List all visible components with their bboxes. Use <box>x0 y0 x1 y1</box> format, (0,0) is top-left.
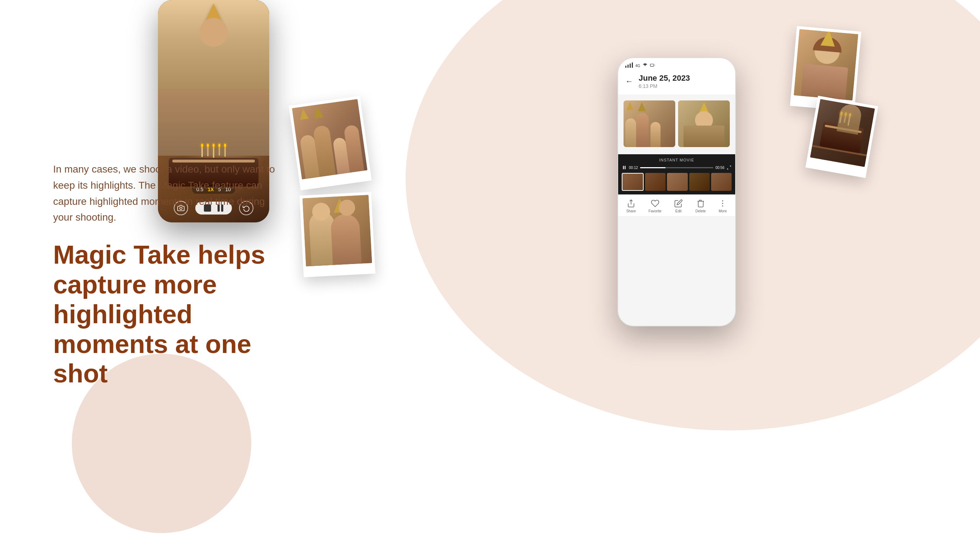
video-timeline: 00:12 00:56 <box>622 165 732 170</box>
back-button[interactable]: ← <box>625 77 633 86</box>
share-icon <box>627 199 635 208</box>
time-total: 00:56 <box>716 166 724 170</box>
svg-rect-2 <box>623 166 624 169</box>
share-action[interactable]: Share <box>627 199 636 213</box>
phone-gallery: 4G ← June 25, 2023 6:13 PM <box>617 57 736 326</box>
svg-point-7 <box>722 200 723 202</box>
edit-action[interactable]: Edit <box>674 199 683 213</box>
more-icon <box>718 199 727 208</box>
svg-point-8 <box>722 203 723 204</box>
timeline-progress <box>640 167 665 168</box>
headline-line2: highlighted moments at one shot <box>53 300 251 388</box>
video-section: INSTANT MOVIE 00:12 00:56 <box>618 154 735 194</box>
svg-rect-3 <box>625 166 625 169</box>
more-action[interactable]: More <box>718 199 727 213</box>
instant-movie-label: INSTANT MOVIE <box>622 158 732 162</box>
delete-label: Delete <box>695 209 706 213</box>
vid-thumb-3[interactable] <box>667 173 687 191</box>
text-section: In many cases, we shoot a video, but onl… <box>53 162 276 389</box>
delete-action[interactable]: Delete <box>695 199 706 213</box>
polaroid-cake <box>805 96 878 178</box>
favorite-label: Favorite <box>649 209 662 213</box>
heart-icon <box>651 199 659 208</box>
date-info: June 25, 2023 6:13 PM <box>639 73 690 89</box>
gallery-date: June 25, 2023 <box>639 73 690 83</box>
headline-line1: Magic Take helps capture more <box>53 240 265 299</box>
edit-icon <box>674 199 683 208</box>
gallery-header: ← June 25, 2023 6:13 PM <box>618 71 735 95</box>
edit-label: Edit <box>675 209 681 213</box>
grid-photo-1[interactable] <box>624 100 675 147</box>
vid-thumb-2[interactable] <box>645 173 665 191</box>
vid-thumb-5[interactable] <box>711 173 732 191</box>
polaroid-family <box>289 96 372 191</box>
more-label: More <box>719 209 727 213</box>
signal-indicators: 4G <box>625 62 655 68</box>
share-label: Share <box>627 209 636 213</box>
fullscreen-icon[interactable] <box>727 165 732 170</box>
polaroid-couple-photo <box>302 195 372 266</box>
action-bar: Share Favorite Edit Delet <box>618 194 735 216</box>
description-text: In many cases, we shoot a video, but onl… <box>53 162 276 225</box>
trash-icon <box>697 199 705 208</box>
phone-gallery-frame: 4G ← June 25, 2023 6:13 PM <box>617 57 736 326</box>
play-pause-icon[interactable] <box>622 165 627 170</box>
polaroid-girl-photo <box>794 29 858 100</box>
status-bar: 4G <box>618 58 735 71</box>
svg-point-9 <box>722 206 723 206</box>
polaroid-cake-photo <box>810 99 875 167</box>
video-thumbnails <box>622 173 732 191</box>
headline: Magic Take helps capture more highlighte… <box>53 240 276 389</box>
timeline-bar[interactable] <box>640 167 713 168</box>
photo-grid <box>618 95 735 152</box>
favorite-action[interactable]: Favorite <box>649 199 662 213</box>
time-current: 00:12 <box>629 166 638 170</box>
polaroid-couple <box>299 192 375 277</box>
vid-thumb-1[interactable] <box>622 173 644 191</box>
grid-photo-2[interactable] <box>678 100 730 147</box>
vid-thumb-4[interactable] <box>689 173 710 191</box>
gallery-time: 6:13 PM <box>639 83 657 89</box>
svg-rect-1 <box>651 64 654 67</box>
polaroid-family-photo <box>292 99 367 179</box>
